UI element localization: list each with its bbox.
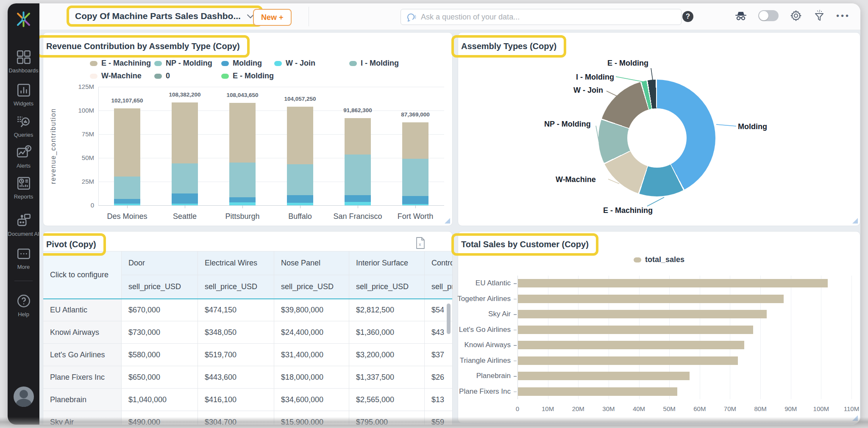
sidebar-item-document-ai[interactable]: Document AI	[8, 213, 39, 237]
total-sales-bar-chart[interactable]: 010M20M30M40M50M60M70M80M90M100M110MEU A…	[458, 232, 860, 423]
sidebar-item-more[interactable]: More	[8, 246, 39, 270]
x-tick-label: 90M	[778, 405, 804, 412]
x-tick-mark	[415, 205, 416, 208]
bar-segment[interactable]	[229, 103, 256, 163]
sidebar-item-reports[interactable]: Reports	[8, 175, 39, 200]
sales-bar[interactable]	[518, 326, 753, 334]
y-axis-title: revenue_contribution	[50, 108, 57, 184]
bar-segment[interactable]	[172, 163, 198, 194]
widget-resize-handle[interactable]	[852, 415, 858, 421]
x-tick-mark	[242, 205, 243, 208]
sales-bar[interactable]	[518, 310, 767, 318]
bar-segment[interactable]	[229, 197, 256, 202]
x-tick-label: 50M	[657, 405, 682, 412]
pivot-cell: $650,000	[122, 366, 198, 389]
filter-sparkle-icon[interactable]	[813, 9, 825, 22]
revenue-stacked-bar-chart[interactable]: 025M50M75M100M125M102,107,650Des Moines1…	[43, 33, 452, 226]
bar-segment[interactable]	[229, 163, 256, 197]
user-avatar[interactable]	[14, 387, 34, 407]
sidebar-item-help[interactable]: Help	[8, 293, 39, 318]
widget-title: Assembly Types (Copy)	[461, 41, 556, 51]
bar-segment[interactable]	[345, 202, 371, 205]
pivot-configure-cell[interactable]: Click to configure	[43, 251, 122, 299]
knowi-logo[interactable]	[14, 9, 33, 29]
x-tick-label: 80M	[748, 405, 773, 412]
widget-resize-handle[interactable]	[852, 218, 858, 224]
bar-segment[interactable]	[114, 199, 140, 204]
y-tick-label: 25M	[62, 178, 94, 185]
x-tick-mark	[300, 205, 300, 208]
export-excel-icon[interactable]: x	[415, 237, 426, 249]
sales-bar[interactable]	[518, 356, 738, 365]
pivot-cell: $2,565,000	[349, 389, 425, 411]
pivot-cell: $474,150	[198, 299, 274, 321]
assembly-donut-chart[interactable]: MoldingE - MachiningW-MachineNP - Moldin…	[458, 33, 860, 226]
settings-gear-icon[interactable]	[790, 9, 802, 22]
toggle-switch-off[interactable]	[758, 10, 779, 21]
pivot-cell: $416,100	[198, 389, 274, 411]
voice-search-icon	[405, 11, 417, 23]
sidebar-item-alerts[interactable]: Alerts	[8, 144, 39, 169]
pivot-cell: $443,600	[198, 366, 274, 389]
dashboard-title-dropdown[interactable]: Copy Of Machine Parts Sales Dashbo...	[75, 11, 254, 21]
bar-segment[interactable]	[287, 195, 313, 203]
bar-segment[interactable]	[287, 164, 313, 195]
widget-pivot[interactable]: Pivot (Copy) x Click to configureDoorsel…	[43, 231, 453, 425]
x-tick-label: 20M	[565, 405, 591, 412]
sidebar-item-dashboards[interactable]: Dashboards	[8, 49, 39, 74]
sales-bar[interactable]	[518, 279, 828, 287]
donut-slice-label: W-Machine	[556, 175, 596, 184]
bar-segment[interactable]	[114, 108, 140, 177]
pivot-cell: $24,400,000	[274, 321, 349, 344]
more-options-icon[interactable]: •••	[836, 10, 850, 21]
navbar-icon-group: •••	[734, 9, 850, 22]
widget-assembly-types[interactable]: Assembly Types (Copy) MoldingE - Machini…	[458, 32, 860, 226]
pivot-subheader: sell_price_USD	[349, 275, 425, 299]
widget-revenue-contribution[interactable]: Revenue Contribution by Assembly Type (C…	[43, 32, 453, 226]
pivot-column-header: Nose Panel	[274, 251, 349, 275]
widget-resize-handle[interactable]	[445, 218, 450, 224]
sidebar-item-queries[interactable]: Queries	[8, 113, 39, 138]
widget-total-sales[interactable]: Total Sales by Customer (Copy) total_sal…	[458, 231, 860, 423]
bar-segment[interactable]	[229, 202, 256, 205]
search-input[interactable]	[420, 12, 677, 22]
pivot-column-header: Electrical Wires	[198, 251, 274, 275]
assembly-title-highlight: Assembly Types (Copy)	[451, 35, 566, 58]
y-axis-line	[98, 87, 99, 205]
x-tick-label: 70M	[717, 405, 743, 412]
bar-segment[interactable]	[114, 177, 140, 199]
bar-segment[interactable]	[345, 195, 371, 202]
sales-bar[interactable]	[518, 341, 744, 349]
category-label: Plane Fixers Inc	[424, 387, 511, 396]
incognito-icon[interactable]	[734, 10, 747, 22]
pivot-cell: $2,812,500	[349, 299, 425, 321]
bar-segment[interactable]	[172, 102, 198, 163]
navbar-divider	[309, 7, 309, 26]
bar-segment[interactable]	[402, 122, 428, 159]
bar-segment[interactable]	[172, 193, 198, 203]
new-button[interactable]: New +	[253, 9, 292, 26]
pivot-row-label: EU Atlantic	[43, 299, 122, 321]
category-label: Sky Air	[424, 310, 511, 318]
gridline	[98, 110, 444, 111]
bar-segment[interactable]	[402, 159, 428, 196]
sales-bar[interactable]	[518, 387, 677, 396]
pivot-row-label: Sky Air	[43, 411, 122, 425]
category-tick	[514, 361, 517, 362]
pivot-row-label: Plane Fixers Inc	[43, 366, 122, 389]
gridline	[98, 158, 444, 158]
gridline	[851, 276, 852, 399]
bar-segment[interactable]	[345, 118, 371, 155]
sales-bar[interactable]	[518, 295, 784, 303]
bar-segment[interactable]	[345, 155, 371, 195]
donut-hole	[627, 108, 687, 168]
sidebar-item-widgets[interactable]: Widgets	[8, 82, 39, 107]
bar-segment[interactable]	[287, 107, 313, 164]
help-circle-icon[interactable]: ?	[682, 11, 693, 22]
pivot-title-highlight: Pivot (Copy)	[43, 233, 106, 256]
bar-segment[interactable]	[402, 196, 428, 204]
gridline	[821, 276, 821, 399]
pivot-cell: $39,800,000	[274, 299, 349, 321]
x-axis-label: San Francisco	[326, 212, 389, 221]
sales-bar[interactable]	[518, 372, 690, 380]
